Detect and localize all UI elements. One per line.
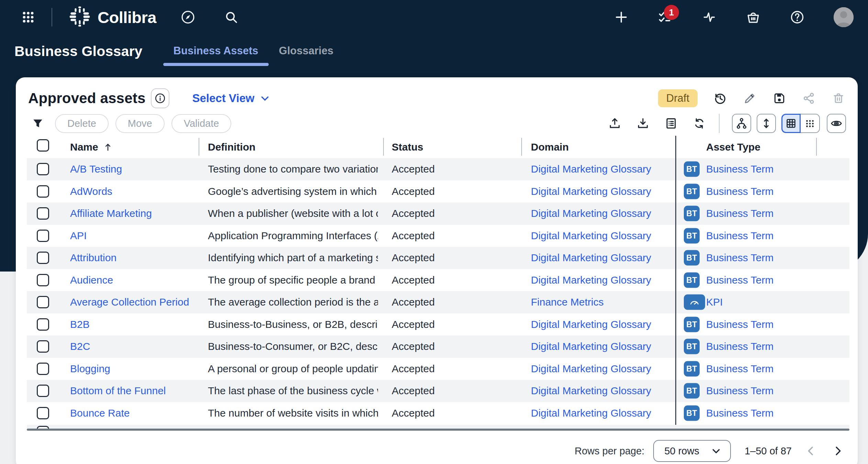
delete-button[interactable]: Delete: [55, 114, 109, 133]
column-resize-handle[interactable]: [383, 138, 384, 156]
save-icon[interactable]: [772, 91, 786, 105]
row-checkbox[interactable]: [37, 363, 49, 375]
rows-per-page-select[interactable]: 50 rows: [653, 440, 731, 462]
share-icon[interactable]: [802, 91, 816, 105]
row-checkbox[interactable]: [37, 274, 49, 286]
asset-domain-link[interactable]: Digital Marketing Glossary: [531, 358, 670, 380]
asset-domain-link[interactable]: Digital Marketing Glossary: [531, 202, 670, 225]
column-header-domain[interactable]: Domain: [531, 136, 670, 158]
asset-domain-link[interactable]: Digital Marketing Glossary: [531, 335, 670, 358]
asset-type-link[interactable]: Business Term: [706, 402, 820, 424]
asset-name-link[interactable]: Bottom of the Funnel: [70, 380, 196, 402]
asset-type-link[interactable]: Business Term: [706, 158, 820, 180]
toolbar-divider: [719, 114, 720, 133]
asset-domain-link[interactable]: Digital Marketing Glossary: [531, 269, 670, 291]
help-icon[interactable]: [790, 10, 805, 25]
search-icon[interactable]: [224, 10, 239, 25]
asset-name-link[interactable]: Audience: [70, 269, 196, 291]
horizontal-scrollbar[interactable]: [27, 429, 849, 431]
asset-type-link[interactable]: Business Term: [706, 202, 820, 225]
history-icon[interactable]: [713, 91, 727, 105]
row-checkbox[interactable]: [37, 318, 49, 331]
asset-type-link[interactable]: Business Term: [706, 269, 820, 291]
column-resize-handle[interactable]: [816, 138, 817, 156]
collibra-logo[interactable]: Collibra: [69, 5, 156, 29]
asset-domain-link[interactable]: Digital Marketing Glossary: [531, 180, 670, 203]
asset-type-link[interactable]: KPI: [706, 291, 820, 313]
next-page-button[interactable]: [830, 443, 845, 459]
row-height-button[interactable]: [757, 114, 776, 133]
table-view-icon[interactable]: [781, 114, 801, 133]
asset-name-link[interactable]: Attribution: [70, 247, 196, 269]
asset-type-link[interactable]: Business Term: [706, 380, 820, 402]
hierarchy-view-button[interactable]: [732, 114, 751, 133]
asset-domain-link[interactable]: Finance Metrics: [531, 291, 670, 313]
row-checkbox[interactable]: [37, 163, 49, 175]
asset-definition: Business-to-Consumer, or B2C, descr: [208, 335, 378, 358]
activity-pulse-icon[interactable]: [702, 10, 717, 25]
row-checkbox[interactable]: [37, 407, 49, 419]
column-resize-handle[interactable]: [521, 138, 522, 156]
trash-icon[interactable]: [832, 91, 845, 105]
report-icon[interactable]: [664, 116, 678, 131]
asset-name-link[interactable]: Affiliate Marketing: [70, 202, 196, 225]
asset-domain-link[interactable]: Digital Marketing Glossary: [531, 225, 670, 247]
asset-type-link[interactable]: Business Term: [706, 180, 820, 203]
asset-domain-link[interactable]: Digital Marketing Glossary: [531, 402, 670, 424]
asset-type-link[interactable]: Business Term: [706, 313, 820, 336]
upload-icon[interactable]: [608, 116, 622, 131]
row-checkbox[interactable]: [37, 385, 49, 397]
download-icon[interactable]: [636, 116, 650, 131]
info-icon[interactable]: [151, 88, 169, 108]
row-checkbox[interactable]: [37, 230, 49, 242]
asset-domain-link[interactable]: Digital Marketing Glossary: [531, 380, 670, 402]
tasks-checklist-icon[interactable]: 1: [658, 10, 673, 25]
previous-page-button[interactable]: [803, 443, 819, 459]
basket-icon[interactable]: [746, 10, 761, 25]
tile-view-icon[interactable]: [801, 114, 820, 133]
column-header-status[interactable]: Status: [392, 136, 505, 158]
edit-pencil-icon[interactable]: [743, 91, 757, 105]
asset-name-link[interactable]: A/B Testing: [70, 158, 196, 180]
column-header-name[interactable]: Name: [70, 136, 196, 158]
create-plus-icon[interactable]: [614, 10, 629, 25]
refresh-icon[interactable]: [692, 116, 706, 131]
pagination-range: 1–50 of 87: [745, 445, 792, 457]
tab-business-assets[interactable]: Business Assets: [163, 45, 269, 66]
row-checkbox[interactable]: [37, 252, 49, 264]
compass-icon[interactable]: [180, 10, 196, 25]
asset-type-link[interactable]: Business Term: [706, 247, 820, 269]
validate-button[interactable]: Validate: [171, 114, 232, 133]
column-resize-handle[interactable]: [199, 138, 199, 156]
row-checkbox[interactable]: [37, 340, 49, 353]
asset-domain-link[interactable]: Digital Marketing Glossary: [531, 247, 670, 269]
asset-name-link[interactable]: Average Collection Period: [70, 291, 196, 313]
asset-type-link[interactable]: Business Term: [706, 358, 820, 380]
asset-status: Accepted: [392, 380, 505, 402]
rows-per-page-label: Rows per page:: [575, 445, 644, 457]
row-checkbox[interactable]: [37, 207, 49, 220]
filter-icon[interactable]: [31, 117, 45, 130]
asset-name-link[interactable]: B2C: [70, 335, 196, 358]
row-checkbox[interactable]: [37, 185, 49, 198]
asset-domain-link[interactable]: Digital Marketing Glossary: [531, 313, 670, 336]
user-avatar[interactable]: [834, 7, 854, 27]
asset-type-link[interactable]: Business Term: [706, 335, 820, 358]
asset-type-link[interactable]: Business Term: [706, 225, 820, 247]
asset-name-link[interactable]: AdWords: [70, 180, 196, 203]
asset-name-link[interactable]: API: [70, 225, 196, 247]
asset-name-link[interactable]: Bounce Rate: [70, 402, 196, 424]
frozen-column-divider[interactable]: [675, 136, 676, 429]
asset-name-link[interactable]: B2B: [70, 313, 196, 336]
apps-grid-icon[interactable]: [21, 10, 36, 25]
move-button[interactable]: Move: [115, 114, 165, 133]
tab-glossaries[interactable]: Glossaries: [269, 45, 344, 66]
select-all-checkbox[interactable]: [37, 139, 49, 152]
column-header-definition[interactable]: Definition: [208, 136, 378, 158]
select-view-dropdown[interactable]: Select View: [192, 92, 270, 105]
asset-domain-link[interactable]: Digital Marketing Glossary: [531, 158, 670, 180]
preview-eye-icon[interactable]: [827, 114, 846, 133]
row-checkbox[interactable]: [37, 296, 49, 308]
column-header-asset-type[interactable]: Asset Type: [706, 136, 760, 158]
asset-name-link[interactable]: Blogging: [70, 358, 196, 380]
